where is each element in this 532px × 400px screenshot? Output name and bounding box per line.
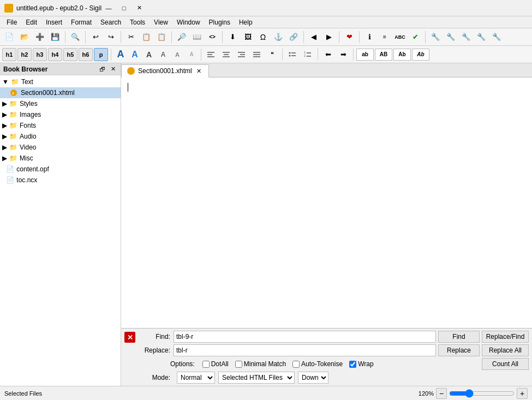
numbered-list-button[interactable]: 1.2. — [301, 48, 315, 61]
font-a5-button[interactable]: A — [171, 48, 184, 61]
back-button[interactable]: ◀ — [307, 30, 321, 44]
cut-button[interactable]: ✂ — [124, 30, 138, 44]
direction-select[interactable]: Down Up — [298, 372, 328, 384]
align-right-button[interactable] — [235, 48, 249, 61]
zoom-slider[interactable] — [449, 389, 515, 398]
find-button[interactable]: Find — [438, 331, 480, 343]
toc-button[interactable]: ≡ — [378, 30, 392, 44]
tree-item-fonts-folder[interactable]: ▶ 📁 Fonts — [0, 120, 121, 131]
scope-select[interactable]: Selected HTML Files All HTML Files Curre… — [218, 372, 295, 384]
add-button[interactable]: ➕ — [33, 30, 47, 44]
h4-button[interactable]: h4 — [48, 48, 62, 61]
h6-button[interactable]: h6 — [79, 48, 93, 61]
copy-button[interactable]: 📋 — [139, 30, 153, 44]
font-a1-button[interactable]: A — [114, 48, 127, 61]
maximize-button[interactable]: □ — [117, 3, 131, 14]
tree-item-audio-folder[interactable]: ▶ 📁 Audio — [0, 131, 121, 142]
style-title-button[interactable]: Ab — [393, 49, 411, 61]
wrap-checkbox-label[interactable]: Wrap — [349, 360, 373, 368]
tree-item-text-folder[interactable]: ▼ 📁 Text — [0, 76, 121, 87]
menubar-item-insert[interactable]: Insert — [41, 17, 67, 28]
tree-item-styles-folder[interactable]: ▶ 📁 Styles — [0, 98, 121, 109]
block-quote-button[interactable]: ❝ — [265, 48, 279, 61]
wrap-checkbox[interactable] — [349, 361, 356, 368]
count-all-button[interactable]: Count All — [482, 358, 529, 370]
editor-content[interactable] — [121, 77, 532, 328]
open-button[interactable]: 📂 — [17, 30, 32, 44]
mode-select[interactable]: Normal Regex Case Sensitive — [177, 372, 215, 384]
replace-input[interactable] — [174, 344, 436, 356]
tree-item-images-folder[interactable]: ▶ 📁 Images — [0, 109, 121, 120]
tree-item-section0001[interactable]: S Section0001.xhtml — [0, 87, 121, 98]
auto-tokenise-checkbox-label[interactable]: Auto-Tokenise — [292, 360, 343, 368]
menubar-item-plugins[interactable]: Plugins — [205, 17, 235, 28]
auto-tokenise-checkbox[interactable] — [292, 361, 300, 368]
h2-button[interactable]: h2 — [17, 48, 32, 61]
indent-button[interactable]: ➡ — [336, 48, 350, 61]
info-button[interactable]: ℹ — [362, 30, 376, 44]
p-button[interactable]: p — [94, 48, 108, 61]
style-caps-button[interactable]: AB — [375, 49, 392, 61]
minimal-match-checkbox-label[interactable]: Minimal Match — [235, 360, 286, 368]
align-left-button[interactable] — [204, 48, 218, 61]
zoom-out-button[interactable]: − — [436, 388, 447, 399]
font-a6-button[interactable]: A — [185, 48, 198, 61]
tree-item-video-folder[interactable]: ▶ 📁 Video — [0, 142, 121, 153]
find-input[interactable] — [174, 331, 436, 343]
new-button[interactable]: 📄 — [2, 30, 16, 44]
h3-button[interactable]: h3 — [33, 48, 47, 61]
zoom-in-button[interactable]: + — [517, 388, 528, 399]
replace-button[interactable]: Replace — [438, 344, 480, 356]
dotall-checkbox-label[interactable]: DotAll — [202, 360, 229, 368]
book-browser-close-button[interactable]: ✕ — [109, 65, 117, 74]
dotall-checkbox[interactable] — [202, 361, 210, 368]
link-button[interactable]: 🔗 — [286, 30, 301, 44]
menubar-item-tools[interactable]: Tools — [125, 17, 150, 28]
replace-find-button[interactable]: Replace/Find — [482, 331, 529, 343]
html-button[interactable]: <> — [205, 30, 219, 44]
redo-button[interactable]: ↪ — [104, 30, 118, 44]
menubar-item-help[interactable]: Help — [235, 17, 257, 28]
tree-item-misc-folder[interactable]: ▶ 📁 Misc — [0, 153, 121, 164]
plugin5-button[interactable]: 🔧 — [489, 30, 504, 44]
style-normal-button[interactable]: ab — [356, 49, 374, 61]
menubar-item-window[interactable]: Window — [172, 17, 205, 28]
book-button[interactable]: 📖 — [190, 30, 204, 44]
menubar-item-view[interactable]: View — [150, 17, 172, 28]
find-files-button[interactable]: 🔍 — [68, 30, 82, 44]
font-a4-button[interactable]: A — [157, 48, 170, 61]
bullet-list-button[interactable] — [285, 48, 300, 61]
heart-button[interactable]: ❤ — [342, 30, 356, 44]
editor-tab-section0001[interactable]: Section0001.xhtml ✕ — [121, 64, 209, 77]
font-a3-button[interactable]: A — [142, 48, 156, 61]
undo-button[interactable]: ↩ — [88, 30, 103, 44]
style-italic-button[interactable]: Ab — [412, 49, 429, 61]
image-button[interactable]: 🖼 — [241, 30, 255, 44]
anchor-button[interactable]: ⚓ — [271, 30, 285, 44]
book-browser-restore-button[interactable]: 🗗 — [98, 65, 106, 74]
close-button[interactable]: ✕ — [132, 3, 146, 14]
plugin4-button[interactable]: 🔧 — [474, 30, 488, 44]
save-button[interactable]: 💾 — [48, 30, 62, 44]
zoom-web-button[interactable]: 🔎 — [175, 30, 189, 44]
minimize-button[interactable]: — — [101, 3, 116, 14]
tree-item-toc-ncx[interactable]: 📄 toc.ncx — [0, 175, 121, 186]
align-center-button[interactable] — [219, 48, 234, 61]
minimal-match-checkbox[interactable] — [235, 361, 242, 368]
validate-button[interactable]: ✔ — [408, 30, 422, 44]
plugin1-button[interactable]: 🔧 — [428, 30, 443, 44]
replace-all-button[interactable]: Replace All — [482, 344, 529, 356]
menubar-item-search[interactable]: Search — [96, 17, 125, 28]
menubar-item-format[interactable]: Format — [67, 17, 96, 28]
outdent-button[interactable]: ⬅ — [321, 48, 335, 61]
font-a2-button[interactable]: A — [128, 48, 141, 61]
spell-button[interactable]: ABC — [393, 30, 407, 44]
special-char-button[interactable]: Ω — [256, 30, 270, 44]
plugin3-button[interactable]: 🔧 — [459, 30, 473, 44]
tab-close-button[interactable]: ✕ — [195, 67, 203, 75]
align-justify-button[interactable] — [250, 48, 264, 61]
import-button[interactable]: ⬇ — [225, 30, 240, 44]
find-replace-close-button[interactable]: ✕ — [124, 332, 135, 343]
h5-button[interactable]: h5 — [63, 48, 77, 61]
forward-button[interactable]: ▶ — [322, 30, 336, 44]
